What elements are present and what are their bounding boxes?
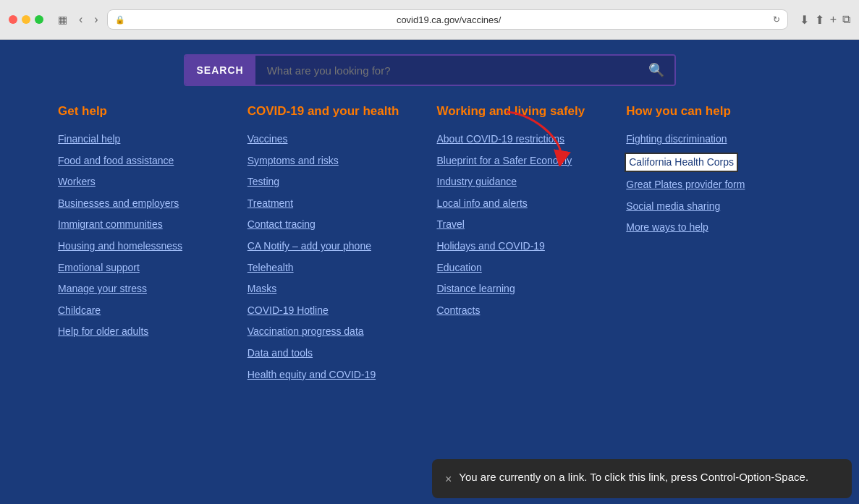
forward-button[interactable]: › <box>91 12 101 27</box>
link-travel[interactable]: Travel <box>437 218 612 232</box>
tooltip-close-button[interactable]: × <box>445 471 452 488</box>
link-data-tools[interactable]: Data and tools <box>247 346 423 361</box>
tabs-icon[interactable]: ⧉ <box>842 13 850 27</box>
link-workers[interactable]: Workers <box>58 175 233 189</box>
link-contracts[interactable]: Contracts <box>437 304 612 318</box>
link-fighting-discrimination[interactable]: Fighting discrimination <box>626 132 801 147</box>
link-treatment[interactable]: Treatment <box>247 197 423 211</box>
link-local-info-alerts[interactable]: Local info and alerts <box>437 197 612 211</box>
link-masks[interactable]: Masks <box>247 282 423 296</box>
link-industry-guidance[interactable]: Industry guidance <box>437 175 612 189</box>
share-icon[interactable]: ⬆ <box>815 13 824 27</box>
browser-actions: ⬇ ⬆ + ⧉ <box>800 13 850 27</box>
link-childcare[interactable]: Childcare <box>58 304 233 318</box>
download-icon[interactable]: ⬇ <box>800 13 809 27</box>
address-bar[interactable]: 🔒 covid19.ca.gov/vaccines/ ↻ <box>107 9 788 30</box>
link-covid-hotline[interactable]: COVID-19 Hotline <box>247 304 423 318</box>
link-immigrant-communities[interactable]: Immigrant communities <box>58 218 233 232</box>
col-title-covid-health: COVID-19 and your health <box>247 103 423 119</box>
nav-menu: Get help Financial help Food and food as… <box>0 103 859 389</box>
link-health-equity[interactable]: Health equity and COVID-19 <box>247 368 423 383</box>
link-more-ways-to-help[interactable]: More ways to help <box>626 221 801 235</box>
accessibility-tooltip: × You are currently on a link. To click … <box>432 459 852 498</box>
search-bar-container: SEARCH 🔍 <box>0 40 859 103</box>
refresh-button[interactable]: ↻ <box>773 14 780 25</box>
link-great-plates[interactable]: Great Plates provider form <box>626 178 801 192</box>
col-title-working-living: Working and living safely <box>437 103 612 119</box>
link-vaccines[interactable]: Vaccines <box>247 132 423 147</box>
traffic-lights <box>9 15 43 24</box>
url-display: covid19.ca.gov/vaccines/ <box>130 14 769 25</box>
search-label: SEARCH <box>185 56 255 85</box>
link-emotional-support[interactable]: Emotional support <box>58 261 233 276</box>
link-vaccination-progress[interactable]: Vaccination progress data <box>247 325 423 339</box>
link-testing[interactable]: Testing <box>247 175 423 189</box>
search-bar: SEARCH 🔍 <box>184 54 676 86</box>
close-window-button[interactable] <box>9 15 17 24</box>
search-submit-button[interactable]: 🔍 <box>638 56 674 85</box>
lock-icon: 🔒 <box>115 15 125 25</box>
link-holidays-covid[interactable]: Holidays and COVID-19 <box>437 239 612 254</box>
col-title-how-help: How you can help <box>626 103 801 119</box>
link-covid-restrictions[interactable]: About COVID-19 restrictions <box>437 132 612 147</box>
nav-col-get-help: Get help Financial help Food and food as… <box>43 103 247 389</box>
minimize-window-button[interactable] <box>22 15 30 24</box>
nav-col-working-living: Working and living safely About COVID-19… <box>437 103 627 389</box>
maximize-window-button[interactable] <box>35 15 43 24</box>
link-housing-homelessness[interactable]: Housing and homelessness <box>58 239 233 254</box>
tooltip-message: You are currently on a link. To click th… <box>459 469 839 488</box>
nav-col-covid-health: COVID-19 and your health Vaccines Sympto… <box>247 103 437 389</box>
back-button[interactable]: ‹ <box>76 12 85 27</box>
page-content: SEARCH 🔍 Get help Financial help Food an… <box>0 40 859 504</box>
link-symptoms-risks[interactable]: Symptoms and risks <box>247 154 423 168</box>
link-businesses-employers[interactable]: Businesses and employers <box>58 197 233 211</box>
link-social-media-sharing[interactable]: Social media sharing <box>626 200 801 214</box>
link-education[interactable]: Education <box>437 261 612 276</box>
link-telehealth[interactable]: Telehealth <box>247 261 423 276</box>
link-help-older-adults[interactable]: Help for older adults <box>58 325 233 339</box>
col-title-get-help: Get help <box>58 103 233 119</box>
new-tab-icon[interactable]: + <box>830 13 837 27</box>
link-ca-notify[interactable]: CA Notify – add your phone <box>247 239 423 254</box>
link-financial-help[interactable]: Financial help <box>58 132 233 147</box>
search-input[interactable] <box>255 56 638 85</box>
link-california-health-corps[interactable]: California Health Corps <box>626 154 737 171</box>
link-blueprint-safer-economy[interactable]: Blueprint for a Safer Economy <box>437 154 612 168</box>
link-contact-tracing[interactable]: Contact tracing <box>247 218 423 232</box>
link-distance-learning[interactable]: Distance learning <box>437 282 612 296</box>
link-food-assistance[interactable]: Food and food assistance <box>58 154 233 168</box>
sidebar-toggle-button[interactable]: ▦ <box>55 12 70 27</box>
nav-col-how-help: How you can help Fighting discrimination… <box>626 103 816 389</box>
browser-chrome: ▦ ‹ › 🔒 covid19.ca.gov/vaccines/ ↻ ⬇ ⬆ +… <box>0 0 859 40</box>
link-manage-stress[interactable]: Manage your stress <box>58 282 233 296</box>
